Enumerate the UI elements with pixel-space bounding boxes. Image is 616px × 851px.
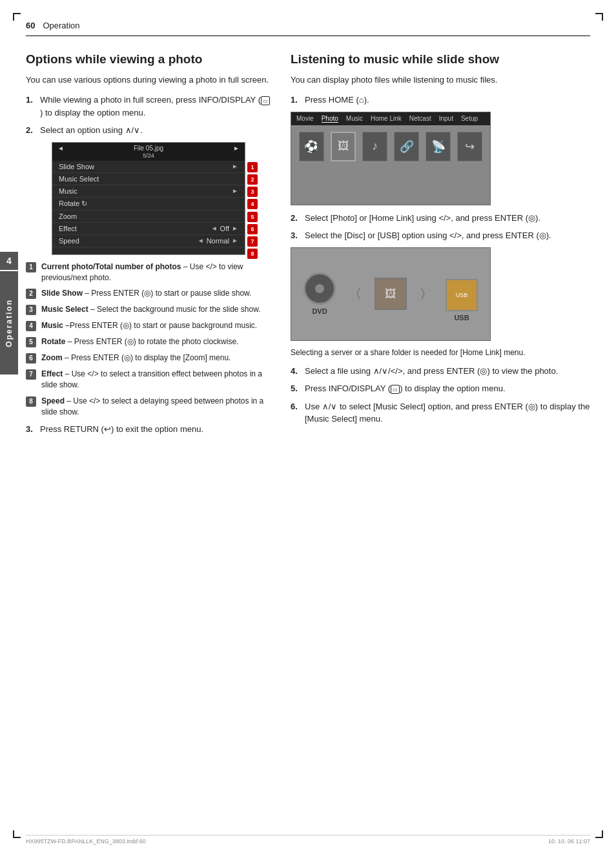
menu-row-6: Effect ◄ Off ► 6	[52, 223, 245, 235]
annotation-8: 8 Speed – Use </> to select a delaying s…	[26, 396, 271, 418]
right-steps-list: 1. Press HOME (⌂).	[291, 94, 590, 107]
usb-icon-area: USB USB	[446, 279, 478, 322]
footer-left: HX995TZW-FD.BPANLLK_ENG_3803.indd 60	[26, 838, 146, 845]
menu-row-2: Music Select 2	[52, 173, 245, 185]
menu-title-bar: ◄ File 05.jpg5/24 ►	[52, 143, 245, 161]
home-icon-input: ↪	[457, 132, 482, 161]
footer-right: 10. 10. 06 11:07	[548, 838, 590, 845]
right-steps-4-6: 4. Select a file using ∧/∨/</>, and pres…	[291, 365, 590, 425]
home-link-note: Selecting a server or a share folder is …	[291, 347, 590, 358]
home-icons-row: ⚽ 🖼 ♪ 🔗 📡 ↪	[291, 125, 490, 168]
dvd-icon-area: DVD	[303, 272, 336, 315]
corner-bl	[13, 830, 21, 838]
content-area: Options while viewing a photo You can us…	[26, 42, 590, 825]
usb-label: USB	[454, 314, 469, 322]
menu-row-5: Zoom 5	[52, 210, 245, 223]
page-footer: HX995TZW-FD.BPANLLK_ENG_3803.indd 60 10.…	[26, 835, 590, 845]
right-steps-2-3: 2. Select [Photo] or [Home Link] using <…	[291, 212, 590, 242]
home-icon-music: ♪	[362, 132, 387, 161]
right-step-5: 5. Press INFO/DISPLAY (▭) to display the…	[291, 382, 590, 395]
usb-box: USB	[446, 279, 478, 311]
menu-screenshot: ◄ File 05.jpg5/24 ► Slide Show ► 1	[52, 142, 245, 255]
side-tab-label: Operation	[5, 299, 14, 347]
left-steps-list: 1. While viewing a photo in full screen,…	[26, 94, 271, 137]
corner-br	[595, 830, 603, 838]
dvd-inner	[315, 284, 324, 293]
home-screen: Movie Photo Music Home Link Netcast Inpu…	[291, 112, 491, 205]
dvd-usb-separator2: 〉	[420, 285, 433, 303]
annotation-3: 3 Music Select – Select the background m…	[26, 304, 271, 315]
home-icon-netcast: 📡	[426, 132, 451, 161]
left-section-intro: You can use various options during viewi…	[26, 74, 271, 87]
side-tab-number: 4	[0, 252, 18, 270]
menu-row-7: Speed ◄ Normal ► 7	[52, 235, 245, 247]
usb-thumb-icon: 🖼	[375, 278, 407, 310]
corner-tl	[13, 13, 21, 21]
dvd-usb-screen: DVD 〈 🖼 〉 USB USB	[291, 247, 491, 341]
annotation-list: 1 Current photo/Total number of photos –…	[26, 261, 271, 418]
annotation-4: 4 Music –Press ENTER (◎) to start or pau…	[26, 320, 271, 331]
home-icon-photo: 🖼	[331, 132, 356, 161]
home-icon-homelink: 🔗	[394, 132, 419, 161]
home-icon-movie: ⚽	[299, 132, 324, 161]
menu-row-3: Music ► 3	[52, 185, 245, 198]
left-step-2: 2. Select an option using ∧/∨.	[26, 124, 271, 137]
right-section-heading: Listening to music while slide show	[291, 52, 590, 67]
left-section-heading: Options while viewing a photo	[26, 52, 271, 67]
right-step-4: 4. Select a file using ∧/∨/</>, and pres…	[291, 365, 590, 378]
dvd-label: DVD	[312, 307, 327, 315]
dvd-circle	[303, 272, 336, 305]
annotation-7: 7 Effect – Use </> to select a transitio…	[26, 369, 271, 391]
right-step-2: 2. Select [Photo] or [Home Link] using <…	[291, 212, 590, 225]
annotation-6: 6 Zoom – Press ENTER (◎) to display the …	[26, 353, 271, 364]
page-section-label: Operation	[43, 21, 79, 30]
top-rule	[26, 36, 590, 36]
display-icon2: ▭	[391, 385, 400, 394]
corner-tr	[595, 13, 603, 21]
left-step-3: 3. Press RETURN (↩) to exit the option m…	[26, 423, 271, 436]
display-icon: ▭	[261, 96, 270, 105]
annotation-5: 5 Rotate – Press ENTER (◎) to rotate the…	[26, 336, 271, 347]
right-step-1: 1. Press HOME (⌂).	[291, 94, 590, 107]
left-column: Options while viewing a photo You can us…	[26, 42, 271, 825]
page-header: 60 Operation	[26, 21, 80, 30]
right-section-intro: You can display photo files while listen…	[291, 74, 590, 87]
left-step-1: 1. While viewing a photo in full screen,…	[26, 94, 271, 119]
home-nav-bar: Movie Photo Music Home Link Netcast Inpu…	[291, 112, 490, 125]
menu-screenshot-container: ◄ File 05.jpg5/24 ► Slide Show ► 1	[39, 142, 271, 255]
menu-row-4: Rotate ↻ 4	[52, 198, 245, 210]
annotation-2: 2 Slide Show – Press ENTER (◎) to start …	[26, 288, 271, 299]
menu-row-1: Slide Show ► 1	[52, 161, 245, 173]
right-step-6: 6. Use ∧/∨ to select [Music Select] opti…	[291, 400, 590, 425]
right-step-3: 3. Select the [Disc] or [USB] option usi…	[291, 229, 590, 242]
dvd-usb-separator: 〈	[349, 285, 362, 303]
menu-rows: Slide Show ► 1 Music Select 2 Music ►	[52, 161, 245, 247]
page-number: 60	[26, 21, 35, 30]
left-step-3-list: 3. Press RETURN (↩) to exit the option m…	[26, 423, 271, 436]
annotation-1: 1 Current photo/Total number of photos –…	[26, 261, 271, 283]
side-tab: Operation	[0, 271, 18, 374]
right-column: Listening to music while slide show You …	[291, 42, 590, 825]
page-container: 4 Operation 60 Operation Options while v…	[0, 0, 616, 851]
